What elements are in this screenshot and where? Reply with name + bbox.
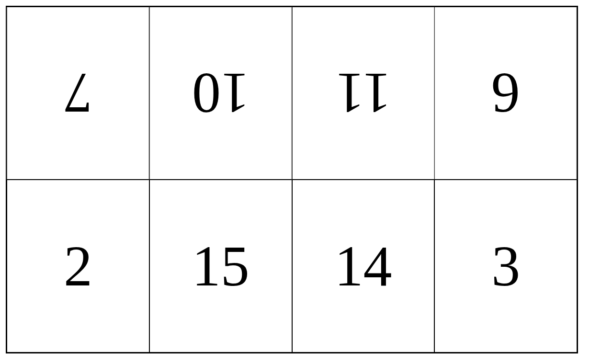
grid-cell: 14 (292, 180, 435, 353)
cell-value: 7 (64, 60, 92, 126)
grid-cell: 11 (292, 7, 435, 180)
cell-value: 2 (64, 233, 92, 299)
cell-value: 3 (491, 233, 520, 299)
grid-cell: 6 (434, 7, 577, 180)
number-grid: 7 10 11 6 2 15 14 3 (6, 6, 578, 353)
grid-cell: 15 (149, 180, 292, 353)
grid-cell: 2 (7, 180, 149, 353)
grid-cell: 7 (7, 7, 149, 180)
cell-value: 15 (192, 233, 250, 299)
cell-value: 14 (334, 233, 392, 299)
cell-value: 11 (336, 60, 391, 126)
grid-cell: 10 (149, 7, 292, 180)
grid-cell: 3 (434, 180, 577, 353)
cell-value: 10 (192, 60, 250, 126)
cell-value: 6 (491, 60, 520, 126)
